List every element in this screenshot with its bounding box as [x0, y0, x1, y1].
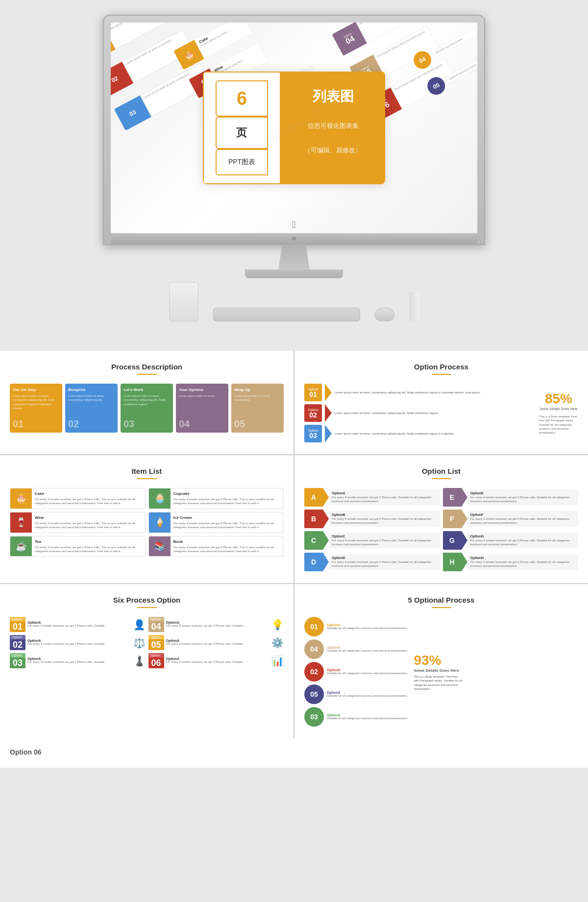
opt-list-name-d: OptionD: [332, 556, 437, 560]
six-proc-content-05: OptionA For every 6 emails received, we …: [166, 639, 270, 646]
proc-card-text-2: Lorem ipsum dolor sit amet, consectetur …: [68, 394, 115, 402]
six-proc-num-block-02: Option 02: [10, 635, 25, 650]
opt-arrow-1: [325, 384, 332, 401]
opt-list-letter-a: A: [311, 493, 316, 501]
opt-row-2: Option 02 Lorem ipsum dolor sit amet, co…: [304, 404, 533, 422]
opt-list-desc-e: For every 6 emails received, we get 3 Ph…: [470, 496, 576, 504]
item-card-cake: 🎂 Cake For every 6 emails received, we g…: [10, 488, 146, 509]
panel-process-desc: Process Description Our 1st Step Lorem i…: [0, 351, 294, 454]
five-opt-content-02: OptionA Suitable for all categories busi…: [327, 668, 408, 676]
badge-left: 6 页 PPT图表: [203, 72, 281, 184]
six-proc-num-block-01: Option 01: [10, 617, 25, 632]
item-card-content-tea: Tea For every 6 emails received, we get …: [35, 536, 145, 557]
badge-right: 列表图 信息可视化图表集 （可编辑、易修改）: [281, 72, 385, 184]
opt-list-desc-c: For every 6 emails received, we get 3 Ph…: [332, 539, 437, 547]
panel-option-list: Option List A OptionA For every 6 emails…: [294, 455, 588, 583]
opt-num-box-3: Option 03: [304, 425, 322, 442]
proc-card-text-1: Lorem ipsum dolor sit amet, consectetur …: [13, 394, 59, 411]
five-opt-area: 01 OptionA Suitable for all categories b…: [304, 617, 578, 727]
five-opt-circles: 01 OptionA Suitable for all categories b…: [304, 617, 408, 727]
six-proc-content-04: OptionA For every 6 emails received, we …: [166, 621, 270, 628]
badge-sub2-cn: （可编辑、易修改）: [293, 138, 373, 163]
item-card-tea: ☕ Tea For every 6 emails received, we ge…: [10, 536, 146, 557]
opt-list-letter-e: E: [450, 493, 454, 501]
opt-list-arrow-a: [323, 488, 329, 507]
six-proc-label-02: Option: [10, 635, 25, 639]
opt-percent: 85%: [545, 391, 572, 407]
six-proc-icon-03: ♟️: [133, 655, 146, 667]
badge-sub: PPT图表: [216, 149, 268, 175]
five-opt-name-03: OptionA: [327, 713, 408, 717]
panel-title-underline-1: [137, 374, 157, 375]
six-proc-title-01: OptionA: [27, 621, 131, 624]
six-proc-label-05: Option: [148, 635, 164, 639]
six-proc-num-block-06: Option 06: [148, 653, 164, 668]
five-opt-desc-04: Suitable for all categories business and…: [327, 649, 408, 653]
proc-card-2: Blueprint Lorem ipsum dolor sit amet, co…: [65, 384, 118, 433]
badge-sub-cn: 信息可视化图表集: [293, 114, 373, 138]
six-process-grid: Option 01 OptionA For every 6 emails rec…: [10, 617, 284, 668]
opt-list-desc-d: For every 6 emails received, we get 3 Ph…: [332, 561, 437, 568]
proc-card-header-2: Blueprint: [68, 388, 115, 392]
opt-list-letter-box-f: F: [443, 510, 462, 528]
six-proc-label-01: Option: [10, 617, 25, 621]
opt-list-name-c: OptionC: [332, 535, 437, 538]
opt-num-val-1: 01: [309, 391, 317, 398]
mouse: [375, 308, 394, 321]
six-proc-num-03: 03: [10, 658, 25, 668]
item-card-icon-icecream: 🍦: [149, 512, 171, 533]
monitor-wrap: 01 Lorem ipsum dolor sit amet consectetu…: [103, 15, 485, 321]
monitor-bezel: 01 Lorem ipsum dolor sit amet consectetu…: [103, 15, 485, 245]
badge-unit: 页: [216, 117, 268, 149]
five-opt-name-05: OptionA: [327, 691, 408, 694]
panel-six-process: Six Process Option Option 01 OptionA For…: [0, 584, 294, 738]
proc-card-num-5: 05: [234, 418, 245, 430]
monitor-chin: [111, 233, 477, 244]
proc-card-num-2: 02: [68, 418, 79, 430]
opt-list-letter-d: D: [311, 558, 316, 566]
five-opt-content-03: OptionA Suitable for all categories busi…: [327, 713, 408, 721]
item-card-icon-cupcake: 🧁: [149, 488, 171, 509]
panel-title-underline-2: [432, 374, 451, 375]
item-card-title-book: Book: [173, 539, 281, 544]
item-card-text-cake: For every 6 emails received, we get 3 Ph…: [35, 497, 142, 506]
keyboard: [213, 308, 360, 321]
bottom-section: Option 06: [0, 738, 588, 768]
item-card-title-cake: Cake: [35, 491, 142, 496]
six-proc-content-02: OptionA For every 6 emails received, we …: [27, 639, 131, 646]
opt-num-val-2: 02: [309, 412, 317, 418]
six-proc-icon-05: ⚙️: [271, 637, 284, 649]
six-proc-item-05: Option 05 OptionA For every 6 emails rec…: [148, 635, 284, 650]
item-card-text-book: For every 6 emails received, we get 3 Ph…: [173, 545, 281, 554]
panel-title-process-desc: Process Description: [10, 363, 284, 371]
opt-percent-text: This is a Body template. Feel free with …: [539, 414, 578, 435]
item-card-text-icecream: For every 6 emails received, we get 3 Ph…: [173, 521, 281, 530]
five-opt-row-01: 01 OptionA Suitable for all categories b…: [304, 617, 408, 636]
monitor-screen: 01 Lorem ipsum dolor sit amet consectetu…: [111, 23, 477, 233]
process-desc-cards: Our 1st Step Lorem ipsum dolor sit amet,…: [10, 384, 284, 433]
opt-list-row-f: F OptionF For every 6 emails received, w…: [443, 510, 579, 528]
six-proc-icon-04: 💡: [271, 619, 284, 631]
five-opt-name-01: OptionA: [327, 623, 408, 627]
item-list-grid: 🎂 Cake For every 6 emails received, we g…: [10, 488, 284, 557]
panel-title-underline-4: [432, 478, 451, 479]
proc-card-4: Your Opinion Lorem ipsum dolor sit amet.…: [176, 384, 228, 433]
item-card-content-book: Book For every 6 emails received, we get…: [173, 536, 284, 557]
opt-list-text-e: OptionE For every 6 emails received, we …: [467, 489, 579, 506]
five-opt-row-03: 03 OptionA Suitable for all categories b…: [304, 707, 408, 727]
proc-card-header-4: Your Opinion: [179, 388, 225, 392]
badge-num: 6: [216, 80, 268, 117]
panel-title-option-process: Option Process: [304, 363, 578, 371]
opt-list-text-f: OptionF For every 6 emails received, we …: [467, 511, 579, 527]
six-proc-item-02: Option 02 OptionA For every 6 emails rec…: [10, 635, 146, 650]
five-opt-row-02: 02 OptionA Suitable for all categories b…: [304, 662, 408, 682]
opt-row-1: Option 01 Lorem ipsum dolor sit amet, co…: [304, 384, 533, 401]
five-opt-content-05: OptionA Suitable for all categories busi…: [327, 691, 408, 698]
opt-num-box-1: Option 01: [304, 384, 322, 401]
six-proc-item-06: Option 06 OptionA For every 6 emails rec…: [148, 653, 284, 668]
five-opt-desc-05: Suitable for all categories business and…: [327, 694, 408, 698]
panel-title-item-list: Item List: [10, 467, 284, 475]
proc-card-3: Let's Work Lorem ipsum dolor sit amet, c…: [121, 384, 173, 433]
panel-five-optional: 5 Optional Process 01 OptionA Suitable f…: [294, 584, 588, 738]
item-card-icon-book: 📚: [149, 536, 171, 557]
